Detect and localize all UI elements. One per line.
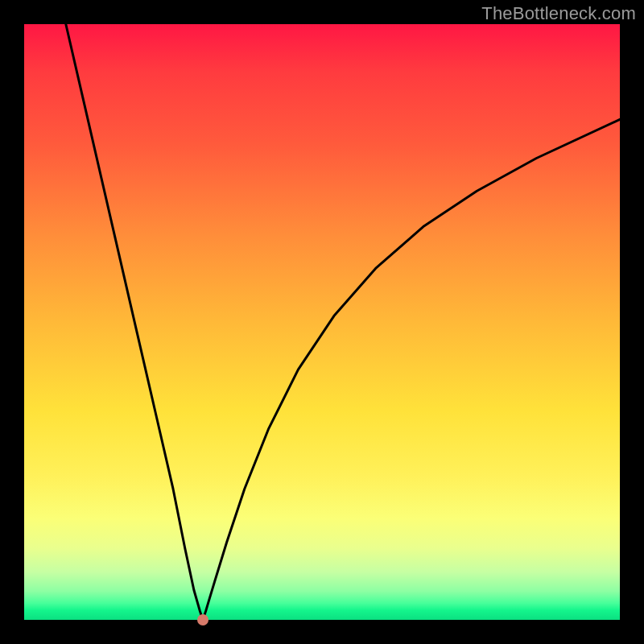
bottleneck-curve (66, 24, 620, 620)
plot-area (24, 24, 620, 620)
chart-frame: TheBottleneck.com (0, 0, 644, 644)
minimum-marker (197, 614, 208, 625)
watermark-text: TheBottleneck.com (481, 3, 636, 24)
curve-layer (24, 24, 620, 620)
